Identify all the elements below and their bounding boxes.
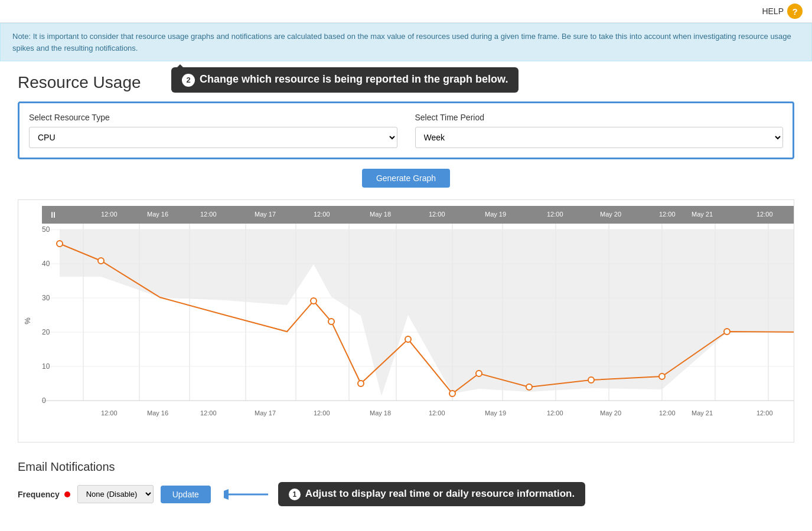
- resource-col: Select Resource Type CPU Memory Disk Net…: [29, 113, 397, 148]
- svg-text:⏸: ⏸: [49, 210, 57, 219]
- chart-svg: 50 40 30 20 10 0 12:00 May 16 12:00 May …: [42, 206, 794, 424]
- svg-text:May 17: May 17: [255, 211, 276, 218]
- svg-text:30: 30: [42, 294, 50, 302]
- svg-text:20: 20: [42, 328, 50, 336]
- help-button[interactable]: HELP ?: [762, 4, 803, 19]
- frequency-row: Frequency None (Disable) Real Time Daily…: [18, 482, 794, 506]
- svg-text:12:00: 12:00: [756, 211, 773, 218]
- svg-text:50: 50: [42, 225, 50, 234]
- svg-text:May 21: May 21: [692, 211, 713, 218]
- required-dot: [64, 491, 70, 497]
- svg-text:May 19: May 19: [485, 211, 506, 218]
- main-content: 2Change which resource is being reported…: [0, 61, 812, 518]
- svg-text:12:00: 12:00: [547, 211, 563, 218]
- svg-text:May 16: May 16: [147, 211, 168, 218]
- info-banner: Note: It is important to consider that r…: [0, 23, 812, 61]
- svg-point-67: [526, 384, 532, 390]
- tooltip-1-text: Adjust to display real time or daily res…: [305, 488, 575, 499]
- svg-text:May 19: May 19: [485, 409, 506, 417]
- svg-text:0: 0: [42, 396, 46, 405]
- tooltip-2-number: 2: [182, 74, 195, 87]
- help-icon: ?: [787, 4, 803, 19]
- svg-point-62: [328, 319, 334, 324]
- svg-point-59: [57, 241, 63, 247]
- svg-text:May 20: May 20: [600, 409, 621, 417]
- svg-text:10: 10: [42, 362, 50, 371]
- time-label: Select Time Period: [415, 113, 784, 122]
- help-label: HELP: [762, 6, 784, 16]
- svg-point-68: [588, 377, 594, 383]
- resource-label: Select Resource Type: [29, 113, 397, 122]
- svg-text:12:00: 12:00: [659, 409, 676, 417]
- resource-select[interactable]: CPU Memory Disk Network: [29, 127, 397, 148]
- svg-point-60: [98, 258, 104, 264]
- svg-text:May 17: May 17: [255, 409, 276, 417]
- svg-text:12:00: 12:00: [429, 211, 445, 218]
- svg-text:May 18: May 18: [370, 211, 391, 218]
- selection-box: Select Resource Type CPU Memory Disk Net…: [18, 101, 794, 159]
- svg-text:12:00: 12:00: [429, 409, 445, 417]
- time-select[interactable]: Day Week Month: [415, 127, 784, 148]
- svg-text:12:00: 12:00: [756, 409, 773, 417]
- arrow-icon: [224, 487, 271, 502]
- svg-point-69: [659, 373, 665, 379]
- chart-container: %: [18, 199, 794, 442]
- svg-point-70: [724, 329, 730, 335]
- svg-point-61: [311, 298, 317, 304]
- svg-text:12:00: 12:00: [200, 409, 217, 417]
- tooltip-2-bubble: 2Change which resource is being reported…: [171, 67, 518, 93]
- svg-text:12:00: 12:00: [200, 211, 217, 218]
- svg-text:12:00: 12:00: [314, 409, 330, 417]
- selection-row: Select Resource Type CPU Memory Disk Net…: [29, 113, 783, 148]
- svg-text:12:00: 12:00: [314, 211, 330, 218]
- tooltip-1-bubble: 1Adjust to display real time or daily re…: [278, 482, 585, 506]
- svg-text:12:00: 12:00: [101, 211, 118, 218]
- frequency-label: Frequency: [18, 490, 70, 499]
- svg-point-64: [405, 336, 411, 342]
- update-button[interactable]: Update: [161, 486, 211, 503]
- time-col: Select Time Period Day Week Month: [415, 113, 784, 148]
- arrow-annotation: 1Adjust to display real time or daily re…: [224, 482, 585, 506]
- generate-graph-button[interactable]: Generate Graph: [362, 169, 450, 188]
- svg-point-65: [449, 391, 455, 396]
- tooltip-2-text: Change which resource is being reported …: [200, 73, 508, 85]
- svg-marker-58: [60, 230, 794, 396]
- top-bar: HELP ?: [0, 0, 812, 23]
- svg-text:12:00: 12:00: [659, 211, 676, 218]
- svg-point-66: [476, 371, 482, 376]
- svg-text:May 20: May 20: [600, 211, 621, 218]
- frequency-select[interactable]: None (Disable) Real Time Daily: [77, 485, 154, 503]
- email-section-title: Email Notifications: [18, 460, 794, 474]
- svg-point-63: [358, 381, 364, 386]
- svg-text:May 21: May 21: [692, 409, 713, 417]
- svg-text:12:00: 12:00: [547, 409, 563, 417]
- svg-text:May 16: May 16: [147, 409, 168, 417]
- svg-text:12:00: 12:00: [101, 409, 118, 417]
- tooltip-1-number: 1: [289, 489, 301, 500]
- svg-text:May 18: May 18: [370, 409, 391, 417]
- chart-y-label: %: [23, 317, 32, 324]
- banner-text: Note: It is important to consider that r…: [12, 32, 791, 53]
- svg-text:40: 40: [42, 260, 50, 268]
